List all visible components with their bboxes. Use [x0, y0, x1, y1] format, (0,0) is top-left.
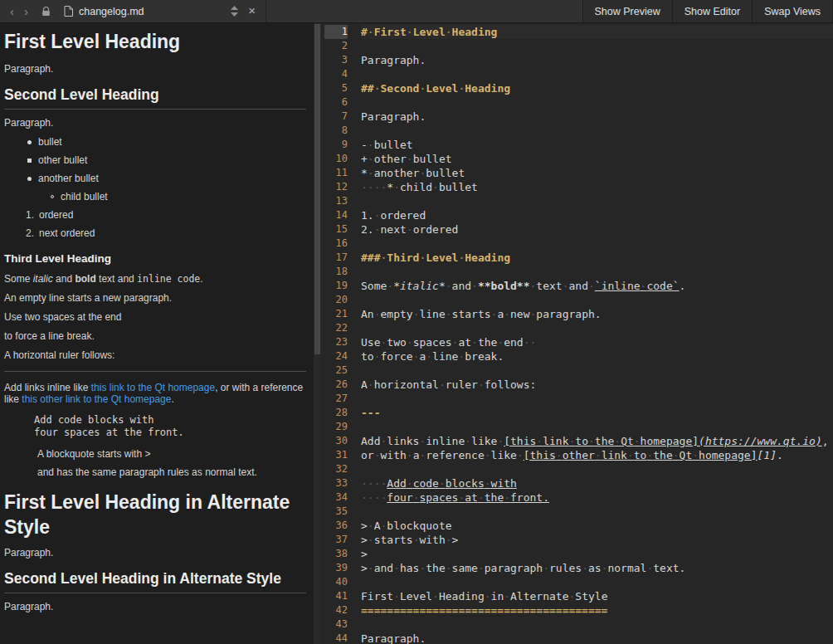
editor-line[interactable]: ····four·spaces·at·the·front. [361, 490, 833, 505]
line-number: 40 [324, 575, 348, 589]
editor-toolbar: ‹ › changelog.md [0, 0, 833, 23]
whitespace-dots: · [497, 336, 504, 349]
editor-line[interactable]: Add·links·inline·like·[this·link·to·the·… [361, 434, 833, 448]
show-preview-button[interactable]: Show Preview [582, 0, 672, 22]
list-item: other bullet [4, 154, 310, 166]
whitespace-dots: · [432, 590, 439, 603]
show-editor-button[interactable]: Show Editor [672, 0, 752, 22]
editor-line[interactable]: An·empty·line·starts·a·new·paragraph. [361, 307, 833, 321]
editor-line[interactable]: or·with·a·reference·like·[this·other·lin… [361, 448, 833, 462]
editor-line[interactable]: ###·Third·Level·Heading [361, 251, 833, 265]
editor-line[interactable] [361, 617, 833, 632]
whitespace-dots: · [374, 308, 381, 320]
editor-line[interactable] [361, 462, 833, 476]
forward-icon[interactable]: › [19, 1, 33, 22]
editor-line[interactable]: Use·two·spaces·at·the·end·· [361, 335, 833, 349]
editor-line[interactable]: >·and·has·the·same·paragraph·rules·as·no… [361, 561, 833, 575]
editor-line[interactable] [361, 124, 833, 138]
editor-line[interactable]: -·bullet [361, 138, 833, 152]
preview-paragraph: Use two spaces at the end [4, 311, 310, 323]
whitespace-dots: · [569, 435, 576, 447]
line-number: 5 [324, 81, 348, 95]
editor-line[interactable]: ····Add·code·blocks·with [361, 476, 833, 490]
editor-line[interactable] [361, 95, 833, 110]
editor-line[interactable]: Paragraph. [361, 110, 833, 124]
line-number: 26 [324, 378, 348, 392]
whitespace-dots: · [446, 534, 452, 546]
editor-line[interactable] [361, 575, 833, 589]
list-item-label: bullet [38, 136, 62, 148]
qt-homepage-reference-link[interactable]: this other link to the Qt homepage [22, 393, 171, 405]
blockquote-line: A blockquote starts with > [37, 448, 310, 460]
line-number: 21 [324, 307, 348, 321]
qt-homepage-link[interactable]: this link to the Qt homepage [91, 382, 215, 393]
line-number: 32 [324, 462, 348, 476]
whitespace-dots: · [595, 449, 602, 461]
editor-line[interactable]: ##·Second·Level·Heading [361, 81, 833, 95]
editor-line[interactable]: #·First·Level·Heading [361, 25, 833, 39]
editor-line[interactable]: Some·*italic*·and·**bold**·text·and·`inl… [361, 279, 833, 293]
editor-line[interactable]: First·Level·Heading·in·Alternate·Style [361, 589, 833, 603]
split-document-icon[interactable] [224, 6, 245, 17]
whitespace-dots: · [588, 280, 595, 292]
ordered-marker: 2. [26, 227, 34, 239]
whitespace-dots: ···· [361, 181, 387, 193]
editor-line[interactable]: Paragraph. [361, 632, 833, 644]
line-number: 15 [324, 222, 348, 237]
editor-line[interactable]: >·starts·with·> [361, 533, 833, 547]
close-document-icon[interactable]: × [245, 1, 262, 22]
ordered-marker: 1. [26, 209, 34, 221]
line-number: 12 [324, 180, 348, 194]
editor-line[interactable] [361, 39, 833, 53]
back-icon[interactable]: ‹ [5, 1, 19, 22]
editor-line[interactable] [361, 67, 833, 81]
editor-line[interactable] [361, 237, 833, 251]
whitespace-dots: ···· [361, 477, 387, 490]
view-buttons: Show Preview Show Editor Swap Views [582, 0, 833, 22]
editor-line[interactable]: to·force·a·line·break. [361, 349, 833, 363]
preview-paragraph: Paragraph. [4, 601, 310, 612]
whitespace-dots: · [407, 223, 413, 236]
whitespace-dots: · [393, 590, 400, 603]
editor-line[interactable] [361, 420, 833, 434]
editor-line[interactable]: 2.·next·ordered [361, 222, 833, 237]
editor-line[interactable] [361, 505, 833, 519]
whitespace-dots: · [446, 26, 452, 38]
editor-line[interactable] [361, 265, 833, 279]
lock-icon[interactable] [33, 7, 57, 17]
editor-line[interactable]: *·another·bullet [361, 166, 833, 180]
document-tab[interactable]: changelog.md × [57, 0, 266, 22]
editor-line[interactable]: Paragraph. [361, 53, 833, 67]
markdown-editor-pane[interactable]: 1234567891011121314151617181920212223242… [321, 23, 833, 644]
whitespace-dots: · [374, 449, 381, 461]
text-run: Some [4, 273, 33, 285]
whitespace-dots: · [407, 153, 413, 165]
preview-scrollbar-thumb[interactable] [314, 24, 320, 354]
editor-line[interactable]: A·horizontal·ruler·follows: [361, 378, 833, 392]
line-number: 4 [324, 67, 348, 81]
editor-line[interactable]: +·other·bullet [361, 152, 833, 166]
editor-line[interactable]: 1.·ordered [361, 208, 833, 222]
swap-views-button[interactable]: Swap Views [752, 0, 833, 22]
editor-line[interactable]: --- [361, 406, 833, 420]
whitespace-dots: · [452, 336, 459, 349]
editor-line[interactable]: ····*·child·bullet [361, 180, 833, 194]
editor-line[interactable] [361, 321, 833, 335]
editor-line[interactable] [361, 392, 833, 406]
editor-line[interactable] [361, 293, 833, 307]
editor-line[interactable]: > [361, 547, 833, 561]
editor-line[interactable] [361, 194, 833, 208]
line-number: 34 [324, 490, 348, 505]
preview-paragraph: to force a line break. [4, 330, 310, 342]
editor-line[interactable] [361, 363, 833, 378]
line-number: 9 [324, 138, 348, 152]
whitespace-dots: · [368, 520, 374, 532]
whitespace-dots: · [446, 562, 452, 574]
whitespace-dots: · [426, 350, 432, 363]
preview-scrollbar[interactable] [314, 23, 321, 644]
editor-line[interactable]: ====================================== [361, 603, 833, 617]
preview-paragraph: An empty line starts a new paragraph. [4, 292, 310, 304]
editor-line[interactable]: >·A·blockquote [361, 519, 833, 533]
preview-paragraph: Paragraph. [4, 117, 310, 129]
editor-code[interactable]: #·First·Level·HeadingParagraph.##·Second… [355, 23, 833, 644]
